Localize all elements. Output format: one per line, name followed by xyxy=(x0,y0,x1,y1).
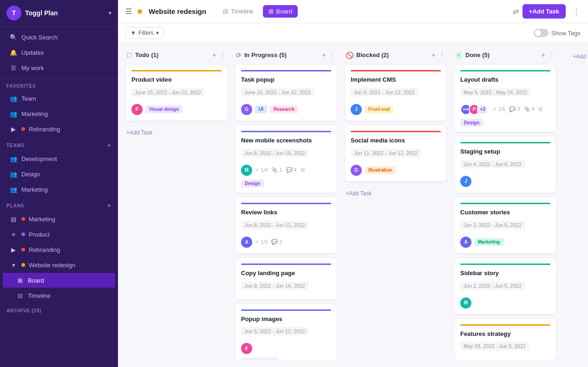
tab-board[interactable]: ⊞ Board xyxy=(263,5,298,18)
column-menu-done[interactable]: ⋮ xyxy=(548,51,555,59)
card-date: Jun 2, 2022 - Jun 5, 2022 xyxy=(460,282,525,290)
add-status-button[interactable]: +Add Status xyxy=(572,51,588,360)
hamburger-icon[interactable]: ☰ xyxy=(125,7,132,16)
sidebar-item-updates[interactable]: 🔔 Updates xyxy=(3,45,115,60)
chevron-down-icon: ▾ xyxy=(9,261,18,269)
meta-checklist: ✓ 2/5 xyxy=(493,106,505,112)
card-date: Jun 8, 2022 - Jun 11, 2022 xyxy=(241,221,308,229)
bar-chart-icon: ▤ xyxy=(9,215,18,223)
add-task-blocked[interactable]: +Add Task xyxy=(345,187,447,200)
sidebar-item-design[interactable]: 👥 Design xyxy=(3,167,115,181)
column-add-todo[interactable]: + xyxy=(212,52,216,59)
timeline-icon: ⊟ xyxy=(16,291,24,300)
show-tags-toggle[interactable]: Show Tags xyxy=(534,29,581,37)
sidebar-item-my-work[interactable]: ☰ My work xyxy=(3,60,115,75)
avatar: G xyxy=(241,104,252,115)
sidebar-header[interactable]: T Toggl Plan ▾ xyxy=(0,0,118,26)
avatar: F xyxy=(241,343,252,354)
sidebar-item-marketing-team[interactable]: 👥 Marketing xyxy=(3,182,115,197)
avatar-extra-count: +3 xyxy=(477,104,488,115)
column-title-blocked: Blocked (2) xyxy=(356,52,429,58)
add-task-button-top[interactable]: +Add Task xyxy=(523,4,566,19)
avatar: F xyxy=(131,104,143,115)
card-title: Implement CMS xyxy=(351,76,441,84)
plans-label: PLANS + xyxy=(0,197,118,211)
tab-timeline[interactable]: ⊟ Timeline xyxy=(217,5,259,18)
card-task-popup: Task popup June 15, 2022 - Jun 22, 2022 … xyxy=(235,64,337,121)
column-menu-todo[interactable]: ⋮ xyxy=(219,51,227,59)
in-progress-status-icon: ⟳ xyxy=(236,52,242,59)
card-mobile-screenshots: New mobile screenshots Jun 8, 2022 - Jun… xyxy=(235,125,337,193)
sidebar-item-plan-marketing[interactable]: ▤ Marketing xyxy=(3,212,115,226)
rebranding-dot xyxy=(21,127,25,131)
card-color-bar xyxy=(460,142,550,143)
sort-icon[interactable]: ⇄ xyxy=(513,7,519,16)
sidebar-item-plan-rebranding[interactable]: ▶ Rebranding xyxy=(3,242,115,257)
column-header-done: ✓ Done (5) + ⋮ xyxy=(454,51,556,59)
sidebar-plans: PLANS + ▤ Marketing ≡ Product ▶ Rebrandi… xyxy=(0,197,118,303)
sidebar-item-development[interactable]: 👥 Development xyxy=(3,151,115,166)
column-add-blocked[interactable]: + xyxy=(431,52,436,59)
card-footer: A ✓ 1/3 💬 2 xyxy=(241,237,331,248)
sidebar-item-rebranding-fav[interactable]: ▶ Rebranding xyxy=(3,122,115,136)
toggle-track[interactable] xyxy=(534,29,549,37)
card-color-bar xyxy=(351,131,441,132)
board-icon: ⊞ xyxy=(16,276,24,284)
card-date: June 15, 2022 - Jun 22, 2022 xyxy=(241,88,314,97)
plan-dot-product xyxy=(21,232,25,236)
plan-dot-rebranding xyxy=(21,248,25,251)
card-tag-illustration: Illustration xyxy=(365,166,396,174)
sidebar-teams: TEAMS + 👥 Development 👥 Design 👥 Marketi… xyxy=(0,137,118,197)
card-color-bar xyxy=(241,70,331,71)
card-title: Product video xyxy=(131,76,222,84)
sidebar-item-quick-search[interactable]: 🔍 Quick Search xyxy=(3,30,115,45)
sidebar-item-board[interactable]: ⊞ Board xyxy=(3,273,115,288)
sidebar-item-timeline[interactable]: ⊟ Timeline xyxy=(3,288,115,303)
chevron-right-icon-2: ▶ xyxy=(9,245,18,254)
add-task-todo[interactable]: +Add Task xyxy=(125,127,228,139)
card-title: Popup images xyxy=(241,315,331,323)
card-review-links: Review links Jun 8, 2022 - Jun 11, 2022 … xyxy=(235,197,337,254)
column-menu-blocked[interactable]: ⋮ xyxy=(438,51,446,59)
column-cards-todo: Product video June 15, 2022 - Jun 22, 20… xyxy=(125,64,228,360)
add-plan-icon[interactable]: + xyxy=(107,202,111,209)
card-color-bar xyxy=(131,70,222,71)
blocked-status-icon: 🚫 xyxy=(346,52,353,59)
card-date: Jun 3, 2022 - Jun 5, 2022 xyxy=(460,221,525,229)
archive-label: ARCHIVE (10) xyxy=(0,303,118,315)
filters-button[interactable]: ▼ Filters ▾ xyxy=(125,27,164,39)
card-title: Sidebar story xyxy=(460,270,550,277)
card-footer: NA P +3 ✓ 2/5 💬 3 📎 8 ⊟ xyxy=(460,104,550,115)
card-footer: F xyxy=(241,343,331,354)
bell-icon: 🔔 xyxy=(9,48,18,57)
avatar: M xyxy=(460,297,471,309)
sidebar-item-team[interactable]: 👥 Team xyxy=(3,91,115,106)
card-date: Jun 5, 2022 - Jun 12, 2022 xyxy=(241,327,308,335)
sidebar-item-marketing-fav[interactable]: 👥 Marketing xyxy=(3,106,115,121)
people-icon-3: 👥 xyxy=(9,155,18,163)
card-date: Jun 4, 2022 - Jun 8, 2022 xyxy=(460,160,525,168)
column-in-progress: ⟳ In Progress (5) + ⋮ Task popup June 15… xyxy=(235,51,337,360)
main-content: ☰ Website redesign ⊟ Timeline ⊞ Board ⇄ … xyxy=(118,0,588,367)
card-title: Customer stories xyxy=(460,209,550,217)
card-color-bar xyxy=(460,203,550,204)
column-menu-in-progress[interactable]: ⋮ xyxy=(329,51,336,59)
column-add-done[interactable]: + xyxy=(541,52,545,59)
more-options-icon[interactable]: ⋮ xyxy=(572,6,581,17)
card-meta: ✓ 2/5 💬 3 📎 8 ⊟ xyxy=(493,106,542,112)
add-team-icon[interactable]: + xyxy=(107,142,111,149)
sidebar-item-plan-website[interactable]: ▾ Website redesign xyxy=(3,258,115,272)
column-blocked: 🚫 Blocked (2) + ⋮ Implement CMS Jun 9, 2… xyxy=(345,51,447,360)
card-date: Jun 11, 2022 - Jun 12, 2022 xyxy=(351,149,421,157)
card-color-bar xyxy=(460,324,550,326)
meta-comments: 💬 3 xyxy=(509,106,520,112)
card-tag-frontend: Front end xyxy=(365,105,393,113)
card-tag-design: Design xyxy=(460,119,483,127)
app-menu-chevron[interactable]: ▾ xyxy=(109,10,111,16)
card-color-bar xyxy=(241,131,331,132)
plan-dot-marketing xyxy=(21,217,25,221)
card-footer: A Marketing xyxy=(460,237,550,248)
project-title: Website redesign xyxy=(149,7,206,15)
column-add-in-progress[interactable]: + xyxy=(322,52,326,59)
sidebar-item-plan-product[interactable]: ≡ Product xyxy=(3,227,115,242)
